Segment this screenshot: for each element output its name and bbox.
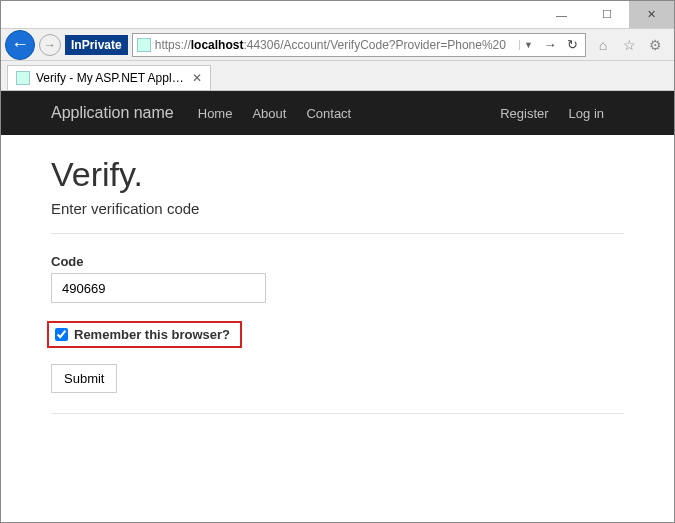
tab-close-icon[interactable]: ✕ [192,71,202,85]
nav-about[interactable]: About [252,106,286,121]
url-text: https://localhost:44306/Account/VerifyCo… [155,38,515,52]
code-label: Code [51,254,624,269]
nav-home[interactable]: Home [198,106,233,121]
page-content: Application name Home About Contact Regi… [1,91,674,454]
toolbar-icons: ⌂ ☆ ⚙ [590,36,668,54]
tab-strip: Verify - My ASP.NET Applic... ✕ [1,61,674,91]
address-bar[interactable]: https://localhost:44306/Account/VerifyCo… [132,33,586,57]
nav-back-button[interactable]: ← [5,30,35,60]
browser-toolbar: ← → InPrivate https://localhost:44306/Ac… [1,29,674,61]
url-host: localhost [191,38,244,52]
main-content: Verify. Enter verification code Code Rem… [1,135,674,454]
refresh-button[interactable]: ↻ [563,37,581,52]
submit-row: Submit [51,364,624,393]
window-titlebar: — ☐ ✕ [1,1,674,29]
nav-contact[interactable]: Contact [306,106,351,121]
url-path: :44306/Account/VerifyCode?Provider=Phone… [243,38,506,52]
window-maximize-button[interactable]: ☐ [584,1,629,28]
browser-tab[interactable]: Verify - My ASP.NET Applic... ✕ [7,65,211,90]
nav-login[interactable]: Log in [569,106,604,121]
divider-bottom [51,413,624,414]
code-input[interactable] [51,273,266,303]
inprivate-badge: InPrivate [65,35,128,55]
home-icon[interactable]: ⌂ [594,36,612,54]
tab-label: Verify - My ASP.NET Applic... [36,71,186,85]
app-navbar: Application name Home About Contact Regi… [1,91,674,135]
settings-icon[interactable]: ⚙ [646,36,664,54]
window-close-button[interactable]: ✕ [629,1,674,28]
page-subtitle: Enter verification code [51,200,624,217]
url-scheme: https:// [155,38,191,52]
remember-checkbox[interactable] [55,328,68,341]
window-minimize-button[interactable]: — [539,1,584,28]
divider [51,233,624,234]
page-title: Verify. [51,155,624,194]
remember-label: Remember this browser? [74,327,230,342]
nav-register[interactable]: Register [500,106,548,121]
favorites-icon[interactable]: ☆ [620,36,638,54]
nav-forward-button[interactable]: → [39,34,61,56]
submit-button[interactable]: Submit [51,364,117,393]
url-dropdown-icon[interactable]: ▼ [519,40,537,50]
code-group: Code [51,254,624,303]
go-button[interactable]: → [541,37,559,52]
remember-row: Remember this browser? [47,321,242,348]
page-icon [137,38,151,52]
brand-link[interactable]: Application name [51,104,174,122]
tab-page-icon [16,71,30,85]
